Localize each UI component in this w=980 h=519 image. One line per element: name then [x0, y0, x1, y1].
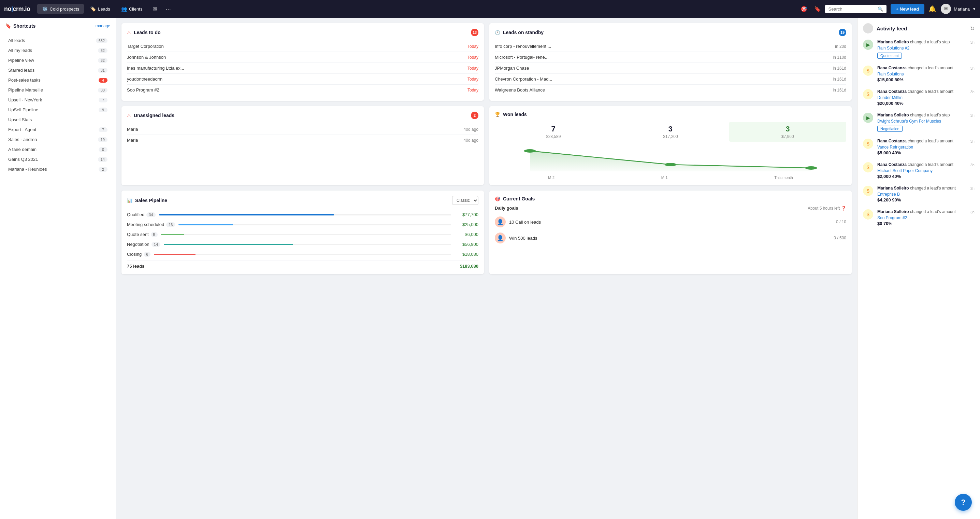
pipeline-row[interactable]: Negotiation 14 $56,900: [127, 240, 479, 249]
lead-row[interactable]: Maria 40d ago: [127, 135, 479, 145]
leads-to-do-card: ⚠ Leads to do 13 Target Corporation Toda…: [121, 23, 484, 101]
sidebar-item-a-faire-demain[interactable]: A faire demain 0: [5, 144, 110, 154]
activity-item: $ Rana Costanza changed a lead's amount …: [863, 138, 975, 155]
sidebar-item-post-sales-tasks[interactable]: Post-sales tasks 4: [5, 75, 110, 85]
sidebar-item-sales---andrea[interactable]: Sales - andrea 19: [5, 134, 110, 144]
manage-link[interactable]: manage: [95, 24, 110, 28]
lead-row[interactable]: Ines manufacturing Ltda ex... Today: [127, 63, 479, 74]
activity-timeline: ▶ Mariana Solleiro changed a lead's step…: [863, 39, 975, 226]
activity-item: ▶ Mariana Solleiro changed a lead's step…: [863, 39, 975, 59]
activity-type-icon: $: [863, 209, 873, 220]
pipeline-bar-wrap: [161, 234, 451, 235]
leads-on-standby-header: 🕐 Leads on standby 19: [495, 29, 846, 36]
lead-row[interactable]: Info corp - renouvellement ... in 20d: [495, 41, 846, 52]
pipeline-bar-wrap: [154, 254, 451, 255]
sidebar-item-all-leads[interactable]: All leads 632: [5, 35, 110, 45]
daily-goals-label: Daily goals: [495, 206, 518, 211]
goals-list: 👤 10 Call on leads 0 / 10 👤 Win 500 lead…: [495, 214, 846, 246]
lead-row[interactable]: Target Corporation Today: [127, 41, 479, 52]
more-icon-button[interactable]: ⋯: [162, 3, 174, 15]
main-layout: 🔖 Shortcuts manage All leads 632 All my …: [0, 18, 980, 519]
pipeline-stages: Qualified 34 $77,700 Meeting scheduled 1…: [127, 210, 479, 259]
lead-row[interactable]: youdontneedacrm Today: [127, 74, 479, 85]
shortcuts-bookmark-icon: 🔖: [5, 23, 11, 29]
pipeline-row[interactable]: Meeting scheduled 16 $25,000: [127, 220, 479, 230]
sales-pipeline-card: 📊 Sales Pipeline Classic Qualified 34 $7…: [121, 190, 484, 274]
pipeline-header: 📊 Sales Pipeline Classic: [127, 196, 479, 205]
sidebar-item-mariana---reunioes[interactable]: Mariana - Reunioes 2: [5, 164, 110, 174]
pipeline-row[interactable]: Qualified 34 $77,700: [127, 210, 479, 220]
activity-content: Rana Costanza changed a lead's amount Va…: [877, 138, 966, 155]
activity-amount: $2,000 40%: [877, 174, 966, 179]
search-icon: 🔍: [878, 6, 883, 11]
email-icon-button[interactable]: ✉: [148, 3, 161, 15]
sidebar-item-upsell-pipeline[interactable]: UpSell Pipeline 9: [5, 105, 110, 115]
lead-row[interactable]: Microsoft - Portugal- rene... in 110d: [495, 52, 846, 63]
user-menu[interactable]: M Mariana ▼: [941, 4, 976, 14]
activity-item: $ Mariana Solleiro changed a lead's amou…: [863, 209, 975, 226]
search-input[interactable]: [829, 6, 876, 11]
leads-to-do-icon: ⚠: [127, 30, 131, 35]
activity-content: Rana Costanza changed a lead's amount Du…: [877, 88, 966, 106]
leads-to-do-list: Target Corporation Today Johnson & Johns…: [127, 41, 479, 95]
shortcuts-header: 🔖 Shortcuts manage: [5, 23, 110, 31]
sidebar-item-all-my-leads[interactable]: All my leads 32: [5, 45, 110, 55]
pipeline-select[interactable]: Classic: [452, 196, 479, 205]
sidebar: 🔖 Shortcuts manage All leads 632 All my …: [0, 18, 116, 519]
sidebar-item-gains-q3-2021[interactable]: Gains Q3 2021 14: [5, 154, 110, 164]
pipeline-bar-wrap: [159, 214, 451, 216]
won-stat: 3 $17,200: [612, 122, 729, 142]
app-logo[interactable]: no|crm.io: [4, 5, 30, 13]
sidebar-item-pipeline-marseille[interactable]: Pipeline Marseille 30: [5, 85, 110, 95]
pipeline-bar-wrap: [164, 244, 451, 245]
activity-time: 3h: [970, 163, 975, 179]
activity-item: ▶ Mariana Solleiro changed a lead's step…: [863, 112, 975, 132]
activity-type-icon: ▶: [863, 40, 873, 50]
activity-type-icon: $: [863, 139, 873, 149]
won-chart: [495, 146, 846, 173]
sidebar-item-export---agent[interactable]: Export - Agent 7: [5, 125, 110, 134]
goals-header: 🎯 Current Goals: [495, 196, 846, 201]
refresh-icon[interactable]: ↻: [970, 25, 975, 32]
lead-row[interactable]: Johnson & Johnson Today: [127, 52, 479, 63]
activity-content: Mariana Solleiro changed a lead's amount…: [877, 185, 966, 203]
activity-type-icon: $: [863, 65, 873, 76]
sidebar-item-pipeline-view[interactable]: Pipeline view 32: [5, 55, 110, 65]
target-icon-button[interactable]: 🎯: [798, 3, 810, 15]
activity-type-icon: $: [863, 162, 873, 172]
help-circle-icon: ❓: [841, 206, 846, 211]
lead-row[interactable]: JPMorgan Chase in 161d: [495, 63, 846, 74]
unassigned-icon: ⚠: [127, 113, 131, 118]
pipeline-row[interactable]: Quote sent 5 $6,000: [127, 230, 479, 240]
activity-header: Activity feed ↻: [863, 23, 975, 34]
top-navigation: no|crm.io ❄️ Cold prospects 🏷️ Leads 👥 C…: [0, 0, 980, 18]
activity-time: 3h: [970, 187, 975, 203]
lead-row[interactable]: Soo Program #2 Today: [127, 85, 479, 95]
lead-row[interactable]: Chevron Corporation - Mad... in 161d: [495, 74, 846, 85]
activity-tag: Quote sent: [877, 53, 902, 59]
svg-point-3: [805, 166, 817, 170]
bookmark-icon-button[interactable]: 🔖: [811, 3, 824, 15]
goal-row[interactable]: 👤 10 Call on leads 0 / 10: [495, 214, 846, 230]
sidebar-item-starred-leads[interactable]: Starred leads 31: [5, 65, 110, 75]
activity-amount: $4,200 90%: [877, 197, 966, 203]
current-goals-card: 🎯 Current Goals Daily goals About 5 hour…: [489, 190, 852, 274]
new-lead-button[interactable]: + New lead: [891, 4, 925, 14]
help-bubble[interactable]: ?: [955, 494, 972, 511]
unassigned-list: Maria 40d ago Maria 40d ago: [127, 124, 479, 145]
activity-amount: $20,000 40%: [877, 101, 966, 106]
nav-tab-clients[interactable]: 👥 Clients: [116, 4, 147, 14]
avatar: M: [941, 4, 951, 14]
lead-row[interactable]: Maria 40d ago: [127, 124, 479, 135]
notification-bell-icon[interactable]: 🔔: [929, 5, 936, 13]
sidebar-item-upsell---newyork[interactable]: Upsell - NewYork 7: [5, 95, 110, 105]
pipeline-total: 75 leads $183,680: [127, 260, 479, 269]
sidebar-item-upsell-stats[interactable]: Upsell Stats: [5, 115, 110, 125]
activity-item: $ Rana Costanza changed a lead's amount …: [863, 88, 975, 106]
nav-tab-cold-prospects[interactable]: ❄️ Cold prospects: [37, 4, 84, 14]
activity-time: 3h: [970, 210, 975, 226]
lead-row[interactable]: Walgreens Boots Alliance in 161d: [495, 85, 846, 95]
pipeline-row[interactable]: Closing 6 $18,080: [127, 249, 479, 259]
goal-row[interactable]: 👤 Win 500 leads 0 / 500: [495, 230, 846, 246]
nav-tab-leads[interactable]: 🏷️ Leads: [85, 4, 115, 14]
